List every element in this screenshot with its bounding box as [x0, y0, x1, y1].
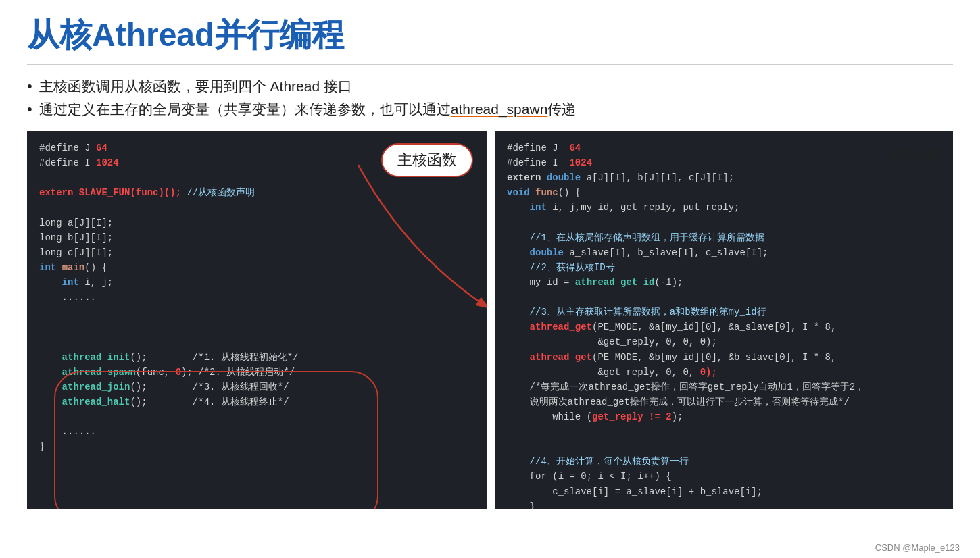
page: 从核Athread并行编程 主核函数调用从核函数，要用到四个 Athread 接… — [0, 0, 980, 558]
main-func-bubble: 主核函数 — [381, 143, 473, 177]
bullet-1-text: 主核函数调用从核函数，要用到四个 Athread 接口 — [39, 77, 352, 96]
left-code-panel: 主核函数 #define J 64 #define I 1024 extern … — [27, 131, 487, 509]
code-area: 主核函数 #define J 64 #define I 1024 extern … — [27, 131, 953, 509]
right-code-panel: 从核函数 #define J 64 #define I 1024 extern … — [495, 131, 953, 509]
bullet-2-text: 通过定义在主存的全局变量（共享变量）来传递参数，也可以通过athread_spa… — [39, 100, 577, 119]
footer-credit: CSDN @Maple_e123 — [875, 542, 960, 553]
bullet-2: 通过定义在主存的全局变量（共享变量）来传递参数，也可以通过athread_spa… — [27, 100, 953, 119]
red-circle-athread — [54, 371, 378, 509]
bullet-list: 主核函数调用从核函数，要用到四个 Athread 接口 通过定义在主存的全局变量… — [27, 77, 953, 119]
slave-func-label: 从核函数 — [887, 143, 941, 164]
bullet-1: 主核函数调用从核函数，要用到四个 Athread 接口 — [27, 77, 953, 96]
right-code-content: #define J 64 #define I 1024 extern doubl… — [507, 141, 941, 509]
page-title: 从核Athread并行编程 — [27, 14, 953, 65]
